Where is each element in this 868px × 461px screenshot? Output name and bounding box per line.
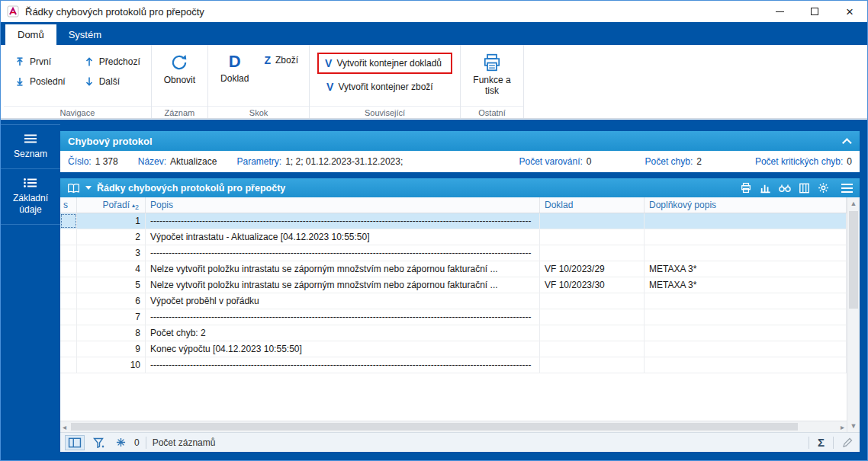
field-name-value: Aktualizace [170, 156, 217, 167]
book-icon[interactable] [67, 183, 80, 194]
create-container-documents-button[interactable]: V Vytvořit kontejner dokladů [322, 56, 445, 71]
row-selector-cell[interactable] [60, 357, 77, 373]
table-row[interactable]: 8 Počet chyb: 2 [60, 325, 847, 341]
table-row[interactable]: 5 Nelze vytvořit položku intrastatu se z… [60, 277, 847, 293]
app-icon [7, 5, 19, 18]
grid-menu-icon[interactable] [841, 184, 853, 193]
additional-cell [645, 229, 847, 245]
description-cell: ----------------------------------------… [146, 213, 540, 229]
annotation-highlight: V Vytvořit kontejner dokladů [317, 53, 452, 74]
column-header-s[interactable]: s [60, 197, 77, 213]
column-header-order[interactable]: Pořadí▴2 [77, 197, 146, 213]
description-cell: Konec výpočtu [04.12.2023 10:55:50] [146, 341, 540, 357]
table-rows: 1 --------------------------------------… [60, 213, 847, 421]
goods-button[interactable]: Z Zboží [261, 53, 301, 68]
table-row[interactable]: 6 Výpočet proběhl v pořádku [60, 293, 847, 309]
chart-icon[interactable] [760, 183, 771, 194]
maximize-button[interactable] [797, 1, 832, 22]
frozen-count: 0 [134, 437, 140, 448]
horizontal-scrollbar[interactable]: ◂ ▸ [60, 421, 847, 432]
print-icon[interactable] [740, 182, 752, 194]
table-row[interactable]: 7 --------------------------------------… [60, 309, 847, 325]
minimize-button[interactable] [762, 1, 797, 22]
freeze-button[interactable] [114, 436, 128, 449]
binoculars-icon[interactable] [779, 183, 791, 193]
protocol-panel-header: Chybový protokol [60, 131, 860, 151]
window-controls: × [762, 1, 867, 22]
description-cell: ----------------------------------------… [146, 245, 540, 261]
columns-icon[interactable] [799, 183, 810, 194]
order-cell: 8 [77, 325, 146, 341]
row-selector-cell[interactable] [60, 341, 77, 357]
ribbon-group-navigation: První Předchozí Poslední Další Navigace [4, 45, 152, 118]
edit-button[interactable] [840, 436, 855, 450]
column-header-description[interactable]: Popis [146, 197, 540, 213]
sidebar-item-list[interactable]: Seznam [1, 124, 60, 169]
description-cell: ----------------------------------------… [146, 357, 540, 373]
close-icon: × [846, 5, 854, 18]
sum-button[interactable]: Σ [815, 434, 827, 450]
ribbon-group-jump: D Doklad Z Zboží Skok [208, 45, 310, 118]
additional-cell [645, 213, 847, 229]
document-cell [540, 309, 645, 325]
field-parameters-value: 1; 2; 01.12.2023-31.12.2023; [285, 156, 403, 167]
functions-print-button[interactable]: Funkce a tisk [468, 50, 516, 100]
first-button[interactable]: První [11, 54, 69, 69]
scroll-right-icon[interactable]: ▸ [841, 421, 844, 433]
vertical-scrollbar[interactable]: ▲ ▼ [847, 197, 860, 432]
pane-toggle-button[interactable] [65, 435, 85, 450]
status-separator-2 [809, 437, 809, 449]
field-name: Název:Aktualizace [138, 156, 217, 167]
row-selector-cell[interactable] [60, 213, 77, 229]
refresh-button[interactable]: Obnovit [159, 50, 200, 89]
group-caption-other: Ostatní [461, 108, 523, 117]
previous-button[interactable]: Předchozí [81, 54, 143, 69]
scroll-down-icon[interactable]: ▼ [847, 422, 860, 430]
row-selector-cell[interactable] [60, 261, 77, 277]
row-selector-cell[interactable] [60, 229, 77, 245]
group-caption-related: Související [310, 108, 460, 117]
order-cell: 10 [77, 357, 146, 373]
tab-home[interactable]: Domů [5, 24, 56, 45]
field-warnings-label: Počet varování: [519, 156, 582, 167]
container-documents-letter-icon: V [325, 58, 332, 69]
last-button[interactable]: Poslední [11, 74, 69, 89]
field-number-value: 1 378 [95, 156, 118, 167]
table-row[interactable]: 2 Výpočet intrastatu - Aktualizace [04.1… [60, 229, 847, 245]
sidebar-item-basic-data[interactable]: Základní údaje [1, 169, 60, 225]
additional-cell [645, 245, 847, 261]
column-header-document[interactable]: Doklad [540, 197, 645, 213]
window-title: Řádky chybových protokolů pro přepočty [25, 6, 204, 18]
table-row[interactable]: 3 --------------------------------------… [60, 245, 847, 261]
sort-ascending-icon: ▴2 [132, 202, 139, 209]
scroll-up-icon[interactable]: ▲ [847, 200, 860, 207]
row-selector-cell[interactable] [60, 293, 77, 309]
order-cell: 4 [77, 261, 146, 277]
table-row[interactable]: 10 -------------------------------------… [60, 357, 847, 373]
statusbar: 0 Počet záznamů Σ [60, 432, 860, 452]
document-cell: VF 10/2023/30 [540, 277, 645, 293]
table-row[interactable]: 4 Nelze vytvořit položku intrastatu se z… [60, 261, 847, 277]
horizontal-scroll-thumb[interactable] [71, 423, 798, 431]
close-button[interactable]: × [832, 1, 867, 22]
settings-gear-icon[interactable] [818, 182, 829, 194]
row-selector-cell[interactable] [60, 309, 77, 325]
filter-button[interactable] [91, 436, 108, 450]
row-selector-cell[interactable] [60, 325, 77, 341]
create-container-goods-button[interactable]: V Vytvořit kontejner zboží [323, 79, 452, 94]
table-row[interactable]: 1 --------------------------------------… [60, 213, 847, 229]
row-selector-cell[interactable] [60, 245, 77, 261]
additional-cell: METAXA 3* [645, 277, 847, 293]
scroll-left-icon[interactable]: ◂ [63, 421, 66, 433]
grid-menu-chevron-icon[interactable] [85, 186, 92, 190]
vertical-scroll-thumb[interactable] [849, 211, 858, 309]
column-header-additional[interactable]: Doplňkový popis [645, 197, 847, 213]
document-cell [540, 245, 645, 261]
collapse-chevron-icon[interactable] [842, 138, 852, 148]
next-button[interactable]: Další [81, 74, 143, 89]
table-row[interactable]: 9 Konec výpočtu [04.12.2023 10:55:50] [60, 341, 847, 357]
additional-cell [645, 309, 847, 325]
tab-system[interactable]: Systém [56, 24, 114, 45]
row-selector-cell[interactable] [60, 277, 77, 293]
document-button[interactable]: D Doklad [216, 50, 253, 88]
